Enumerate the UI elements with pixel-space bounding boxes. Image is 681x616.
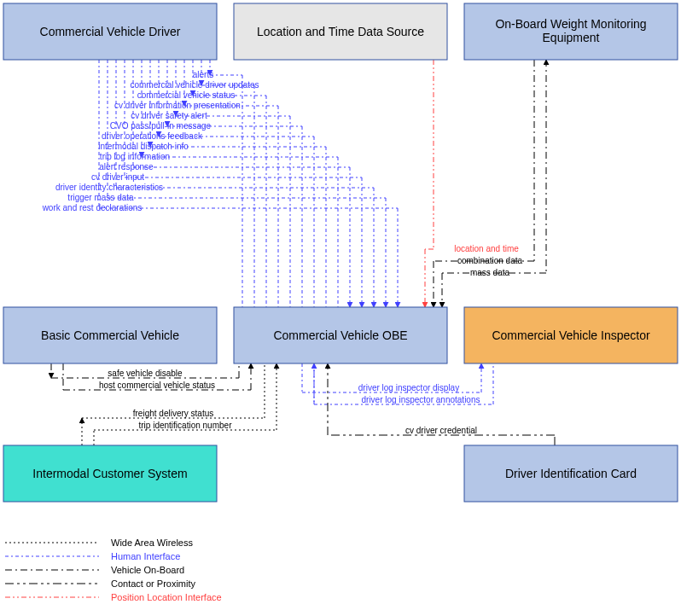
box-label-cv_obe: Commercial Vehicle OBE xyxy=(273,328,407,342)
flow-label: safe vehicle disable xyxy=(108,369,183,378)
flow-labels: alertscommercial vehicle driver updatesc… xyxy=(42,70,523,435)
architecture-diagram: Commercial Vehicle DriverLocation and Ti… xyxy=(0,0,681,616)
flow-label: trip identification number xyxy=(139,421,233,430)
box-label-cv_inspector: Commercial Vehicle Inspector xyxy=(492,328,650,342)
flow-label: host commercial vehicle status xyxy=(99,381,215,390)
flow-label: cv driver safety alert xyxy=(131,111,207,120)
legend-label: Position Location Interface xyxy=(111,592,222,602)
flow-label: trip log information xyxy=(100,152,170,161)
flow-label: work and rest declarations xyxy=(42,203,143,212)
box-label-driver_id_card: Driver Identification Card xyxy=(505,467,637,480)
legend-label: Wide Area Wireless xyxy=(111,538,193,548)
box-label-cv_driver: Commercial Vehicle Driver xyxy=(40,25,181,38)
entity-boxes: Commercial Vehicle DriverLocation and Ti… xyxy=(3,3,678,502)
flow-label: location and time xyxy=(454,244,519,253)
legend-label: Contact or Proximity xyxy=(111,578,196,589)
flow-label: alert response xyxy=(99,162,154,171)
flow-label: driver log inspector annotations xyxy=(362,395,480,404)
flow-label: combination data xyxy=(457,256,523,265)
box-label-loc_time: Location and Time Data Source xyxy=(257,25,424,38)
flow-label: driver operations feedback xyxy=(102,131,203,141)
flow-label: alerts xyxy=(193,70,213,79)
legend-label: Human Interface xyxy=(111,551,180,561)
flow-label: mass data xyxy=(470,268,510,277)
flow-label: commercial vehicle driver updates xyxy=(130,80,259,90)
box-label-intermodal: Intermodal Customer System xyxy=(32,467,187,480)
box-label-weight_mon: On-Board Weight Monitoring xyxy=(495,17,646,31)
flow-label: cv driver input xyxy=(91,172,144,182)
flow-label: cv driver credential xyxy=(405,426,477,435)
flow-label: driver identity characteristics xyxy=(55,183,163,192)
flow-label: cv driver information presentation xyxy=(114,101,241,110)
legend-label: Vehicle On-Board xyxy=(111,565,184,575)
flow-label: intermodal dispatch info xyxy=(98,142,189,151)
flow-label: trigger mass data xyxy=(67,193,134,202)
box-label2-weight_mon: Equipment xyxy=(543,31,600,44)
box-label-basic_cv: Basic Commercial Vehicle xyxy=(41,328,179,342)
flow-label: CVO pass/pull-in message xyxy=(110,121,212,131)
flow-label: driver log inspector display xyxy=(358,383,459,392)
legend: Wide Area WirelessHuman InterfaceVehicle… xyxy=(5,538,222,602)
flow-label: freight delivery status xyxy=(133,409,214,418)
flow-label: commercial vehicle status xyxy=(137,90,235,100)
